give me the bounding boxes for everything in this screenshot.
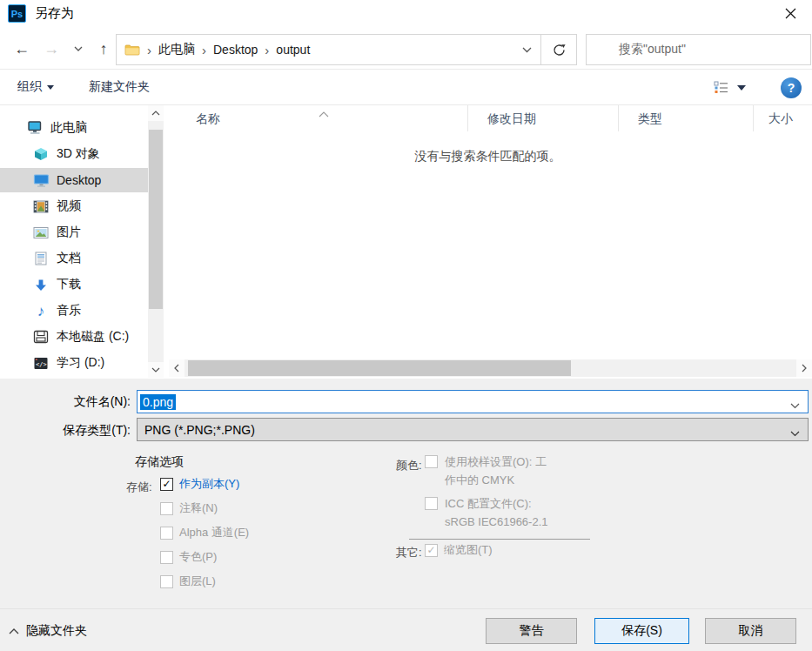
organize-button[interactable]: 组织 — [17, 79, 54, 95]
help-button[interactable]: ? — [781, 77, 802, 98]
dialog-footer: 隐藏文件夹 警告 保存(S) 取消 — [0, 608, 812, 651]
close-icon — [785, 8, 796, 19]
column-header-size[interactable]: 大小 — [768, 111, 793, 127]
file-list: 名称 修改日期 类型 大小 没有与搜索条件匹配的项。 — [164, 105, 812, 379]
scrollbar-thumb[interactable] — [149, 130, 163, 309]
caret-down-icon — [47, 85, 54, 90]
annotations-checkbox — [160, 502, 173, 515]
scrollbar-thumb[interactable] — [188, 360, 571, 376]
save-options-title: 存储选项 — [135, 454, 184, 470]
sidebar-item-music[interactable]: ♪ 音乐 — [0, 299, 148, 323]
back-button[interactable]: ← — [10, 37, 33, 60]
breadcrumb-separator: › — [147, 43, 151, 57]
sidebar-item-label: 文档 — [57, 251, 81, 266]
column-header-row: 名称 修改日期 类型 大小 — [164, 105, 812, 131]
sidebar: 此电脑 3D 对象 Desktop 视频 — [0, 105, 148, 379]
forward-button[interactable]: → — [40, 37, 63, 60]
recent-locations-button[interactable] — [70, 37, 87, 60]
layers-label: 图层(L) — [179, 574, 216, 589]
svg-text:</>: </> — [36, 361, 47, 368]
view-options-button[interactable] — [714, 81, 746, 94]
savetype-select[interactable]: PNG (*.PNG;*.PNG) — [137, 418, 809, 441]
main-area: 此电脑 3D 对象 Desktop 视频 — [0, 105, 812, 379]
horizontal-scrollbar[interactable] — [169, 359, 812, 377]
proof-setup-checkbox — [425, 455, 438, 468]
spot-colors-option: 专色(P) — [160, 549, 217, 565]
hide-folders-button[interactable]: 隐藏文件夹 — [9, 623, 87, 639]
icc-profile-label: ICC 配置文件(C): sRGB IEC61966-2.1 — [445, 494, 548, 531]
savetype-value: PNG (*.PNG;*.PNG) — [144, 423, 255, 437]
as-copy-checkbox[interactable]: ✓ — [160, 478, 173, 491]
sidebar-item-this-pc[interactable]: 此电脑 — [0, 116, 148, 140]
sidebar-item-label: 3D 对象 — [57, 146, 100, 162]
warning-button[interactable]: 警告 — [486, 618, 577, 644]
up-arrow-icon: ↑ — [100, 40, 108, 58]
computer-icon — [26, 121, 44, 135]
search-input[interactable]: 搜索"output" — [586, 34, 811, 65]
address-bar[interactable]: › 此电脑 › Desktop › output — [116, 34, 577, 65]
downloads-icon — [32, 279, 50, 292]
sidebar-item-desktop[interactable]: Desktop — [0, 168, 148, 192]
thumbnail-label: 缩览图(T) — [444, 542, 493, 558]
save-form: 文件名(N): 0.png 保存类型(T): PNG (*.PNG;*.PNG)… — [0, 379, 812, 651]
pictures-icon — [32, 226, 50, 239]
column-header-type[interactable]: 类型 — [638, 111, 662, 127]
chevron-up-icon — [9, 628, 19, 634]
sidebar-item-label: 视频 — [57, 198, 81, 214]
sidebar-item-local-disk-c[interactable]: 本地磁盘 (C:) — [0, 325, 148, 349]
save-button[interactable]: 保存(S) — [594, 618, 689, 644]
sort-ascending-icon — [319, 106, 329, 120]
column-divider[interactable] — [753, 105, 754, 131]
photoshop-logo-icon: Ps — [8, 4, 26, 23]
column-header-name[interactable]: 名称 — [196, 111, 220, 127]
color-group-label: 颜色: — [396, 458, 422, 473]
breadcrumb-item-output[interactable]: output — [276, 43, 310, 57]
search-placeholder: 搜索"output" — [619, 42, 686, 57]
chevron-down-icon — [790, 426, 800, 440]
save-group-label: 存储: — [126, 480, 152, 495]
scroll-left-button[interactable] — [169, 359, 185, 377]
breadcrumb-item-this-pc[interactable]: 此电脑 — [158, 42, 195, 57]
sidebar-item-videos[interactable]: 视频 — [0, 194, 148, 218]
scroll-up-button[interactable] — [148, 105, 164, 121]
sidebar-item-3d-objects[interactable]: 3D 对象 — [0, 142, 148, 166]
up-button[interactable]: ↑ — [92, 37, 115, 60]
proof-setup-label: 使用校样设置(O): 工 作中的 CMYK — [445, 453, 547, 489]
as-copy-option: ✓ 作为副本(Y) — [160, 476, 239, 492]
sidebar-item-study-drive-d[interactable]: </> 学习 (D:) — [0, 351, 148, 375]
savetype-label: 保存类型(T): — [0, 423, 131, 439]
scroll-right-button[interactable] — [796, 359, 812, 377]
column-header-date-modified[interactable]: 修改日期 — [487, 111, 536, 127]
chevron-down-icon — [522, 47, 532, 53]
new-folder-button[interactable]: 新建文件夹 — [89, 79, 150, 95]
forward-arrow-icon: → — [44, 40, 59, 58]
thumbnail-option: ✓ 缩览图(T) — [425, 542, 493, 558]
refresh-button[interactable] — [541, 35, 576, 64]
caret-down-icon — [737, 85, 746, 91]
spot-colors-label: 专色(P) — [179, 549, 217, 565]
options-divider — [409, 539, 590, 540]
proof-setup-option — [425, 455, 438, 468]
filename-input[interactable]: 0.png — [137, 390, 809, 413]
breadcrumb-separator: › — [202, 43, 206, 57]
icc-profile-option — [425, 497, 438, 510]
documents-icon — [32, 252, 50, 265]
layers-option: 图层(L) — [160, 574, 216, 589]
close-button[interactable] — [772, 0, 809, 26]
sidebar-item-pictures[interactable]: 图片 — [0, 220, 148, 245]
alpha-channels-option: Alpha 通道(E) — [160, 525, 249, 540]
chevron-up-icon — [151, 111, 160, 116]
cancel-button[interactable]: 取消 — [705, 618, 796, 644]
alpha-channels-label: Alpha 通道(E) — [179, 525, 249, 540]
column-divider[interactable] — [618, 105, 619, 131]
annotations-option: 注释(N) — [160, 500, 218, 516]
breadcrumb-item-desktop[interactable]: Desktop — [213, 43, 258, 57]
sidebar-item-documents[interactable]: 文档 — [0, 246, 148, 271]
sidebar-scrollbar[interactable] — [148, 105, 164, 378]
column-divider[interactable] — [467, 105, 468, 131]
address-dropdown-button[interactable] — [513, 35, 540, 64]
scroll-down-button[interactable] — [148, 362, 164, 378]
sidebar-item-label: 音乐 — [57, 303, 81, 319]
disk-icon — [32, 330, 50, 344]
sidebar-item-downloads[interactable]: 下载 — [0, 272, 148, 297]
